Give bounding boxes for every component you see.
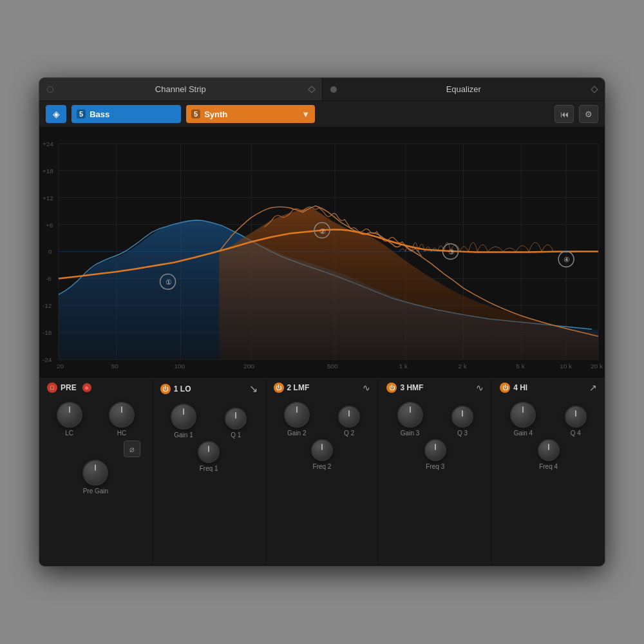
band1-gain-row: Gain 1 Q 1 xyxy=(158,404,260,439)
gain1-label: Gain 1 xyxy=(174,431,193,439)
lc-label: LC xyxy=(65,430,73,437)
diamond-icon-2 xyxy=(591,86,598,93)
svg-text:100: 100 xyxy=(175,363,185,370)
gain4-knob[interactable] xyxy=(510,402,536,428)
band3-header: ⏻ 3 HMF ∿ xyxy=(384,379,486,397)
gain2-knob[interactable] xyxy=(284,402,310,428)
diamond-icon-1 xyxy=(308,86,315,93)
track-name-label: Bass xyxy=(90,109,109,119)
band3-panel: ⏻ 3 HMF ∿ Gain 3 Q 3 Freq 3 xyxy=(379,379,492,565)
tab-equalizer-label: Equalizer xyxy=(446,84,481,94)
gain3-knob[interactable] xyxy=(397,402,423,428)
freq4-knob[interactable] xyxy=(538,439,560,461)
gain3-label: Gain 3 xyxy=(401,430,419,437)
preset-dropdown[interactable]: 5 Synth ▼ xyxy=(186,105,315,123)
q1-knob[interactable] xyxy=(225,408,247,430)
band1-power-button[interactable]: ⏻ xyxy=(160,384,171,394)
gain2-knob-group: Gain 2 xyxy=(284,402,310,437)
logo-button[interactable]: ◈ xyxy=(46,105,66,123)
band2-shape-icon: ∿ xyxy=(363,383,370,393)
phase-button[interactable]: ⌀ xyxy=(124,440,140,457)
gain4-knob-group: Gain 4 xyxy=(510,402,536,437)
svg-text:0: 0 xyxy=(48,248,52,255)
freq3-knob[interactable] xyxy=(424,439,446,461)
svg-text:-18: -18 xyxy=(43,329,52,336)
svg-text:2 k: 2 k xyxy=(459,363,467,370)
svg-text:③: ③ xyxy=(448,248,455,256)
eq-display[interactable]: +24 +18 +12 +6 0 -6 -12 -18 -24 20 50 10… xyxy=(39,128,605,379)
band2-freq-row: Freq 2 xyxy=(271,439,374,470)
pre-power-button[interactable]: □ xyxy=(47,383,57,393)
band4-header: ⏻ 4 HI ↗ xyxy=(497,379,600,397)
band1-shape-icon: ↘ xyxy=(249,383,258,395)
band3-label: 3 HMF xyxy=(400,383,423,392)
svg-text:500: 500 xyxy=(327,363,338,370)
gain4-label: Gain 4 xyxy=(514,430,533,437)
band3-power-button[interactable]: ⏻ xyxy=(386,383,397,393)
rewind-icon: ⏮ xyxy=(560,109,569,119)
band4-power-button[interactable]: ⏻ xyxy=(500,383,510,393)
freq2-knob[interactable] xyxy=(311,439,333,461)
svg-text:200: 200 xyxy=(243,363,254,370)
q4-knob-group: Q 4 xyxy=(565,406,587,437)
track-name-field[interactable]: 5 Bass xyxy=(71,105,181,123)
freq4-label: Freq 4 xyxy=(539,463,558,470)
hc-label: HC xyxy=(117,430,126,437)
q1-label: Q 1 xyxy=(231,431,241,439)
plugin-window: Channel Strip Equalizer ◈ 5 Bass 5 Synth… xyxy=(39,77,605,567)
phase-row: ⌀ xyxy=(44,440,147,457)
logo-icon: ◈ xyxy=(53,109,60,119)
rewind-button[interactable]: ⏮ xyxy=(554,105,574,123)
tab-equalizer[interactable]: Equalizer xyxy=(323,78,605,100)
q3-knob-group: Q 3 xyxy=(451,406,473,437)
band4-panel: ⏻ 4 HI ↗ Gain 4 Q 4 Freq 4 xyxy=(492,379,605,565)
pre-gain-row: Pre Gain xyxy=(44,460,147,495)
svg-text:-12: -12 xyxy=(43,302,52,309)
freq2-knob-group: Freq 2 xyxy=(311,439,333,470)
gain1-knob-group: Gain 1 xyxy=(171,404,196,439)
band4-freq-row: Freq 4 xyxy=(497,439,600,470)
preset-name-label: Synth xyxy=(204,109,227,119)
freq3-label: Freq 3 xyxy=(426,463,444,470)
pre-panel: □ PRE LC HC ⌀ xyxy=(39,379,153,565)
pre-gain-label: Pre Gain xyxy=(83,488,108,495)
pre-gain-knob[interactable] xyxy=(82,460,108,486)
freq4-knob-group: Freq 4 xyxy=(538,439,560,470)
q2-knob[interactable] xyxy=(338,406,360,428)
hc-knob-group: HC xyxy=(109,402,135,437)
svg-text:5 k: 5 k xyxy=(516,363,524,370)
band2-power-button[interactable]: ⏻ xyxy=(274,383,284,393)
svg-text:+18: +18 xyxy=(43,167,53,175)
q1-knob-group: Q 1 xyxy=(225,408,247,439)
svg-text:1 k: 1 k xyxy=(399,363,408,370)
freq3-knob-group: Freq 3 xyxy=(424,439,446,470)
pre-gain-knob-group: Pre Gain xyxy=(82,460,108,495)
svg-text:④: ④ xyxy=(564,256,570,263)
band3-power-icon: ⏻ xyxy=(389,384,395,391)
band2-header: ⏻ 2 LMF ∿ xyxy=(271,379,374,397)
q3-label: Q 3 xyxy=(457,430,468,437)
hc-knob[interactable] xyxy=(109,402,135,428)
settings-icon: ⚙ xyxy=(585,109,592,119)
band4-shape-icon: ↗ xyxy=(589,383,597,393)
q2-knob-group: Q 2 xyxy=(338,406,360,437)
svg-text:-6: -6 xyxy=(46,275,52,282)
band4-power-icon: ⏻ xyxy=(502,384,508,391)
pre-indicator xyxy=(82,383,91,392)
band3-gain-row: Gain 3 Q 3 xyxy=(384,402,486,437)
freq1-knob[interactable] xyxy=(198,441,220,463)
band1-header: ⏻ 1 LO ↘ xyxy=(158,379,260,399)
band3-freq-row: Freq 3 xyxy=(384,439,486,470)
q4-knob[interactable] xyxy=(565,406,587,428)
band3-shape-icon: ∿ xyxy=(476,383,484,393)
pre-power-icon: □ xyxy=(50,384,53,391)
band4-gain-row: Gain 4 Q 4 xyxy=(497,402,600,437)
settings-button[interactable]: ⚙ xyxy=(579,105,598,123)
freq1-knob-group: Freq 1 xyxy=(198,441,220,472)
q3-knob[interactable] xyxy=(451,406,473,428)
band2-gain-row: Gain 2 Q 2 xyxy=(271,402,374,437)
gain1-knob[interactable] xyxy=(171,404,196,430)
tab-channel-strip[interactable]: Channel Strip xyxy=(39,78,322,100)
q2-label: Q 2 xyxy=(344,430,354,437)
lc-knob[interactable] xyxy=(57,402,82,428)
